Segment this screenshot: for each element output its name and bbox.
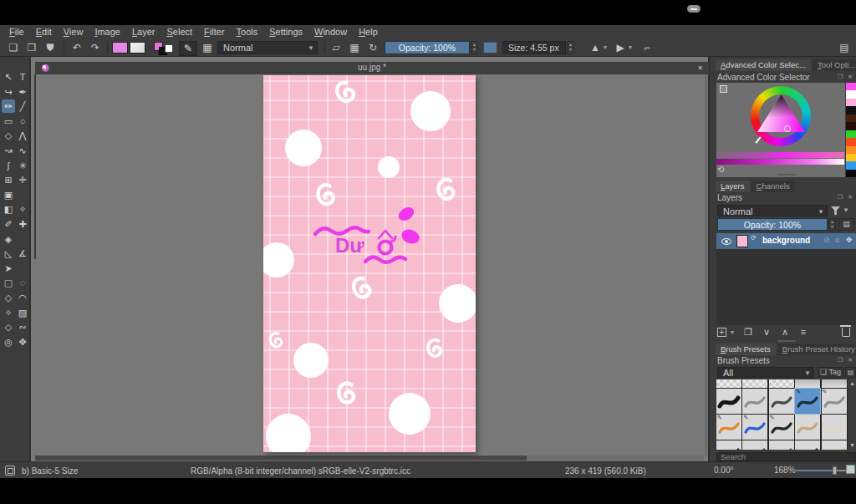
brush-preset-selected[interactable]: ✎ bbox=[795, 389, 820, 414]
menu-filter[interactable]: Filter bbox=[198, 25, 230, 39]
foreground-color-swatch[interactable] bbox=[112, 42, 128, 53]
bezier-select-tool[interactable]: ◇ bbox=[2, 320, 15, 333]
menu-edit[interactable]: Edit bbox=[30, 25, 58, 39]
brush-preset[interactable] bbox=[742, 379, 767, 388]
move-layer-down-button[interactable]: ∨ bbox=[761, 326, 772, 339]
brush-preset[interactable] bbox=[742, 440, 767, 450]
move-layer-up-button[interactable]: ∧ bbox=[779, 326, 791, 339]
horizontal-scroll-handle[interactable] bbox=[35, 456, 527, 461]
layer-opacity-spinner[interactable]: ▲▼ bbox=[828, 218, 836, 231]
gradient-tool[interactable]: ◧ bbox=[2, 202, 15, 216]
history-swatch[interactable] bbox=[846, 170, 856, 177]
docker-splitter-handle[interactable] bbox=[777, 340, 796, 342]
history-swatch[interactable] bbox=[846, 90, 856, 98]
preset-filter-dropdown[interactable]: All ▼ bbox=[717, 367, 814, 378]
dynamic-brush-tool[interactable]: ʃ bbox=[2, 159, 15, 172]
menu-select[interactable]: Select bbox=[161, 25, 199, 39]
opacity-slider[interactable]: Opacity: 100% bbox=[385, 41, 470, 54]
layer-inherit-alpha-icon[interactable]: ⊘ bbox=[823, 236, 830, 244]
menu-window[interactable]: Window bbox=[308, 25, 353, 39]
toolbar-overflow-icon[interactable]: ▤ bbox=[838, 41, 851, 54]
flow-slider[interactable] bbox=[483, 42, 497, 53]
color-selector-dot[interactable] bbox=[784, 125, 791, 132]
menu-help[interactable]: Help bbox=[353, 25, 384, 39]
history-swatch[interactable] bbox=[846, 146, 856, 154]
canvas-only-mode-icon[interactable] bbox=[846, 465, 855, 474]
tag-button[interactable]: ❏ Tag bbox=[818, 367, 843, 378]
add-layer-caret-icon[interactable]: ▼ bbox=[729, 326, 736, 339]
layers-docker-window-icons[interactable]: ❐ ✕ bbox=[838, 194, 854, 201]
color-history-icon[interactable]: ⟲ bbox=[717, 165, 724, 174]
brush-preset[interactable]: ✎ bbox=[716, 415, 741, 440]
layer-filter-caret-icon[interactable]: ▼ bbox=[843, 205, 849, 216]
layer-thumbnail[interactable] bbox=[736, 235, 748, 247]
add-layer-button[interactable]: + bbox=[717, 326, 728, 339]
eraser-mode-icon[interactable]: ▱ bbox=[329, 41, 343, 54]
brush-preset[interactable] bbox=[716, 389, 741, 414]
measure-tool[interactable]: ∡ bbox=[16, 247, 29, 260]
brush-preset[interactable] bbox=[822, 440, 847, 450]
history-swatch[interactable] bbox=[846, 106, 856, 114]
smart-patch-tool[interactable]: ✚ bbox=[16, 217, 29, 231]
preset-view-options-icon[interactable]: ▤ bbox=[845, 367, 856, 378]
line-tool[interactable]: ╱ bbox=[16, 99, 29, 113]
crop-tool[interactable]: ▣ bbox=[2, 188, 15, 201]
brush-preset[interactable] bbox=[822, 379, 847, 388]
horizontal-scrollbar[interactable] bbox=[35, 456, 704, 461]
history-swatch[interactable] bbox=[846, 161, 856, 169]
colorize-mask-tool[interactable]: ✐ bbox=[2, 217, 15, 231]
layer-alpha-lock-icon[interactable]: α bbox=[835, 236, 839, 244]
rect-select-tool[interactable]: ▢ bbox=[2, 276, 15, 289]
layer-name[interactable]: background bbox=[762, 236, 810, 245]
layer-visibility-eye-icon[interactable] bbox=[721, 238, 731, 245]
menu-file[interactable]: File bbox=[3, 25, 30, 39]
brush-preset[interactable]: ✎ bbox=[769, 415, 794, 440]
brush-preset[interactable] bbox=[822, 415, 847, 440]
pan-tool[interactable]: ✥ bbox=[16, 335, 29, 349]
brush-docker-window-icons[interactable]: ❐ ✕ bbox=[838, 357, 854, 364]
tab-channels[interactable]: Channels bbox=[752, 181, 795, 192]
contiguous-select-tool[interactable]: ▨ bbox=[16, 306, 29, 319]
tab-tool-opti-[interactable]: Tool Opti... bbox=[813, 59, 856, 71]
zoom-percentage[interactable]: 168% bbox=[774, 466, 796, 475]
mirror-vertical-caret-icon[interactable]: ▼ bbox=[627, 41, 634, 54]
brush-preset[interactable] bbox=[716, 440, 741, 450]
freehand-select-tool[interactable]: ◠ bbox=[16, 291, 29, 304]
brush-preset[interactable] bbox=[769, 440, 794, 450]
brush-preset[interactable] bbox=[769, 389, 794, 414]
brush-preset[interactable] bbox=[716, 379, 741, 388]
freehand-brush-tool[interactable]: ✏ bbox=[2, 99, 15, 113]
wrap-around-mode-icon[interactable]: ⌐ bbox=[640, 41, 654, 54]
move-tool[interactable]: ✛ bbox=[16, 173, 29, 186]
ellipse-select-tool[interactable]: ◌ bbox=[16, 276, 29, 289]
layer-decorations-icon[interactable]: ✥ bbox=[846, 236, 853, 244]
size-spinner[interactable]: ▲▼ bbox=[567, 41, 574, 54]
polygon-select-tool[interactable]: ◇ bbox=[2, 291, 15, 304]
hue-strip[interactable] bbox=[716, 152, 844, 158]
preset-scroll-down-icon[interactable]: ▼ bbox=[848, 441, 856, 450]
open-document-icon[interactable]: ❒ bbox=[25, 41, 38, 54]
document-close-icon[interactable]: ✕ bbox=[696, 64, 705, 73]
current-brush-icon[interactable] bbox=[5, 466, 15, 476]
polyline-tool[interactable]: ⋀ bbox=[16, 129, 29, 142]
history-swatch[interactable] bbox=[846, 138, 856, 145]
brush-preset[interactable]: ✎ bbox=[742, 415, 767, 440]
mirror-vertical-icon[interactable]: ▶ bbox=[614, 41, 627, 54]
shape-selection-tool[interactable]: ↖ bbox=[2, 70, 15, 84]
transform-tool[interactable]: ⊞ bbox=[2, 173, 15, 186]
calligraphy-tool[interactable]: ✒ bbox=[16, 85, 29, 99]
brush-preset[interactable] bbox=[769, 379, 794, 388]
canvas-image[interactable]: Dư bbox=[263, 75, 476, 452]
color-selector-settings-icon[interactable] bbox=[720, 85, 727, 93]
zoom-slider-handle[interactable] bbox=[833, 466, 837, 475]
menu-tools[interactable]: Tools bbox=[231, 25, 264, 39]
mirror-horizontal-icon[interactable]: ▲ bbox=[588, 41, 602, 54]
menu-image[interactable]: Image bbox=[89, 25, 126, 39]
save-document-icon[interactable]: ⛊ bbox=[43, 41, 57, 54]
history-swatch[interactable] bbox=[846, 115, 856, 122]
menu-settings[interactable]: Settings bbox=[263, 25, 308, 39]
tab-brush-presets[interactable]: Brush Presets bbox=[716, 344, 776, 355]
rectangle-tool[interactable]: ▭ bbox=[2, 115, 15, 128]
layer-blend-mode-dropdown[interactable]: Normal ▼ bbox=[717, 205, 828, 216]
fill-tool[interactable]: ◈ bbox=[2, 232, 15, 246]
